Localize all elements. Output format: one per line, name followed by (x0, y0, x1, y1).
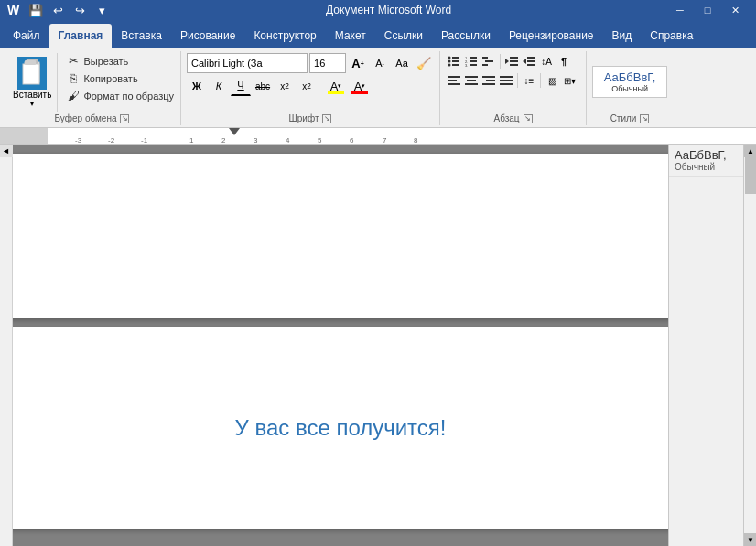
svg-rect-2 (23, 64, 39, 84)
cut-button[interactable]: ✂ Вырезать (63, 53, 177, 69)
tab-home[interactable]: Главная (49, 24, 113, 48)
tab-mailings[interactable]: Рассылки (432, 24, 500, 48)
qa-redo-button[interactable]: ↪ (70, 1, 89, 19)
decrease-indent-button[interactable] (503, 53, 520, 70)
increase-indent-button[interactable] (521, 53, 537, 70)
justify-button[interactable] (498, 72, 514, 89)
svg-rect-3 (25, 60, 36, 65)
clipboard-expand-button[interactable]: ↘ (120, 114, 129, 123)
font-name-input[interactable] (187, 53, 308, 73)
normal-style-button[interactable]: АаБбВвГ, Обычный (592, 66, 667, 98)
svg-marker-19 (505, 59, 509, 64)
multilevel-list-button[interactable] (481, 53, 497, 70)
highlight-arrow: ▾ (338, 82, 341, 90)
document-page-1[interactable] (13, 154, 668, 318)
paragraph-expand-button[interactable]: ↘ (524, 114, 533, 123)
text-highlight-button[interactable]: A ▾ (325, 76, 347, 96)
scroll-track[interactable] (744, 157, 756, 533)
scroll-up-button[interactable]: ▲ (744, 145, 756, 157)
font-row1: A+ A- Аа 🧹 (187, 53, 434, 73)
divider (540, 73, 541, 88)
svg-rect-25 (527, 60, 535, 62)
svg-rect-28 (448, 80, 457, 81)
svg-rect-31 (467, 80, 476, 81)
format-painter-icon: 🖌 (66, 89, 81, 102)
align-left-button[interactable] (446, 72, 462, 89)
svg-point-8 (448, 64, 451, 67)
sort-button[interactable]: ↕A (538, 53, 555, 70)
h-scroll-left-button[interactable]: ◄ (0, 145, 13, 157)
font-grow-button[interactable]: A+ (348, 53, 368, 73)
scroll-down-button[interactable]: ▼ (744, 533, 756, 546)
strikethrough-button[interactable]: abc (253, 76, 273, 96)
copy-label: Копировать (83, 73, 137, 84)
italic-button[interactable]: К (209, 76, 229, 96)
borders-button[interactable]: ⊞▾ (561, 72, 578, 89)
line-spacing-button[interactable]: ↕≡ (521, 72, 537, 89)
document-page-2[interactable]: У вас все получится! (13, 327, 668, 529)
format-painter-button[interactable]: 🖌 Формат по образцу (63, 88, 177, 103)
svg-rect-7 (452, 60, 459, 62)
bullets-button[interactable] (446, 53, 462, 70)
tab-references[interactable]: Ссылки (375, 24, 432, 48)
svg-rect-33 (482, 76, 495, 78)
title-bar: W 💾 ↩ ↪ ▾ Документ Microsoft Word ─ □ ✕ (0, 0, 756, 20)
vertical-scrollbar: ▲ ▼ (743, 145, 756, 546)
numbering-button[interactable]: 1.2.3. (463, 53, 480, 70)
svg-rect-27 (448, 76, 460, 78)
font-size-input[interactable] (309, 53, 346, 73)
document-text[interactable]: У вас все получится! (234, 415, 446, 441)
styles-normal-label: Обычный (675, 162, 738, 172)
clipboard-label: Буфер обмена ↘ (7, 112, 177, 123)
ruler-body: -3 -2 -1 1 2 3 4 5 6 7 8 (48, 128, 756, 145)
styles-normal-preview: АаБбВвГ, (675, 148, 738, 162)
main-area: ◄ У вас все получится! АаБбВвГ, Обычный … (0, 145, 756, 546)
styles-expand-button[interactable]: ↘ (640, 114, 649, 123)
qa-save-button[interactable]: 💾 (27, 1, 45, 19)
font-shrink-button[interactable]: A- (370, 53, 390, 73)
scroll-thumb[interactable] (745, 157, 756, 194)
maximize-button[interactable]: □ (694, 0, 721, 20)
bold-button[interactable]: Ж (187, 76, 207, 96)
paste-button[interactable]: Вставить ▾ (7, 53, 58, 112)
left-scroll-panel: ◄ (0, 145, 13, 546)
svg-rect-30 (465, 76, 478, 78)
copy-button[interactable]: ⎘ Копировать (63, 70, 177, 86)
qa-more-button[interactable]: ▾ (92, 1, 111, 19)
shading-button[interactable]: ▨ (544, 72, 560, 89)
styles-panel-normal[interactable]: АаБбВвГ, Обычный (669, 145, 743, 177)
word-logo-icon: W (7, 3, 19, 17)
paragraph-label: Абзац ↘ (446, 112, 580, 123)
tab-layout[interactable]: Макет (326, 24, 375, 48)
show-marks-button[interactable]: ¶ (556, 53, 572, 70)
close-button[interactable]: ✕ (721, 0, 749, 20)
subscript-button[interactable]: x2 (275, 76, 295, 96)
svg-rect-34 (486, 80, 495, 81)
tab-review[interactable]: Рецензирование (500, 24, 603, 48)
tab-file[interactable]: Файл (4, 24, 49, 48)
tab-design[interactable]: Конструктор (244, 24, 325, 48)
tab-view[interactable]: Вид (603, 24, 642, 48)
align-right-button[interactable] (481, 72, 497, 89)
minimize-button[interactable]: ─ (666, 0, 694, 20)
styles-content: АаБбВвГ, Обычный (592, 53, 667, 112)
svg-marker-23 (523, 59, 526, 64)
font-color-button[interactable]: А ▾ (349, 76, 371, 96)
highlight-color-bar (328, 91, 344, 94)
superscript-button[interactable]: x2 (297, 76, 317, 96)
svg-rect-37 (500, 80, 513, 81)
align-center-button[interactable] (463, 72, 480, 89)
svg-rect-20 (510, 57, 518, 59)
clear-format-button[interactable]: 🧹 (414, 53, 434, 73)
change-case-button[interactable]: Аа (392, 53, 412, 73)
qa-undo-button[interactable]: ↩ (49, 1, 67, 19)
tab-draw[interactable]: Рисование (171, 24, 244, 48)
tab-insert[interactable]: Вставка (112, 24, 171, 48)
title-text: Документ Microsoft Word (326, 4, 451, 16)
font-expand-button[interactable]: ↘ (322, 114, 331, 123)
tab-help[interactable]: Справка (641, 24, 702, 48)
underline-button[interactable]: Ч (231, 76, 251, 96)
svg-rect-29 (448, 83, 460, 85)
ruler-indent-marker[interactable] (229, 128, 240, 135)
document-area[interactable]: У вас все получится! (13, 145, 668, 546)
